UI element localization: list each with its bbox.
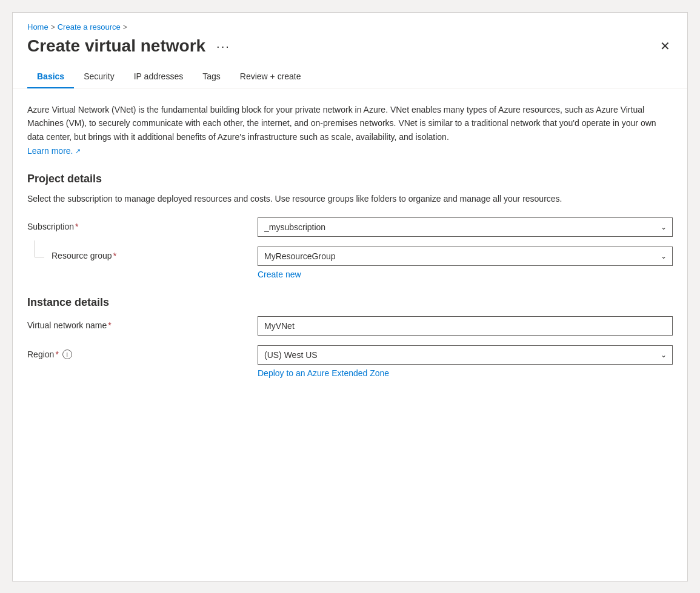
content-area: Azure Virtual Network (VNet) is the fund… — [13, 88, 687, 402]
breadcrumb-home[interactable]: Home — [27, 22, 48, 31]
tab-basics[interactable]: Basics — [27, 65, 74, 88]
panel-header: Home > Create a resource > Create virtua… — [13, 13, 687, 56]
region-control-col: (US) West US (US) East US (EU) West Euro… — [258, 345, 673, 378]
instance-details-title: Instance details — [27, 296, 673, 309]
resource-group-dropdown[interactable]: MyResourceGroup — [258, 247, 673, 266]
title-row: Create virtual network ··· ✕ — [27, 36, 673, 56]
page-title: Create virtual network — [27, 36, 205, 56]
tab-ip-addresses[interactable]: IP addresses — [124, 65, 193, 88]
subscription-label: Subscription* — [27, 222, 258, 231]
vnet-name-row: Virtual network name* — [27, 316, 673, 336]
tab-tags[interactable]: Tags — [193, 65, 230, 88]
resource-group-row: Resource group* MyResourceGroup ⌄ Create… — [27, 247, 673, 279]
tab-bar: Basics Security IP addresses Tags Review… — [13, 65, 687, 88]
subscription-row: Subscription* _mysubscription ⌄ — [27, 217, 673, 237]
tab-review-create[interactable]: Review + create — [230, 65, 311, 88]
region-select-wrapper: (US) West US (US) East US (EU) West Euro… — [258, 345, 673, 365]
deploy-extended-zone-link[interactable]: Deploy to an Azure Extended Zone — [258, 368, 389, 378]
region-label-col: Region* i — [27, 345, 258, 359]
region-row: Region* i (US) West US (US) East US (EU)… — [27, 345, 673, 378]
resource-group-label: Resource group* — [52, 251, 258, 260]
breadcrumb-create-resource[interactable]: Create a resource — [58, 22, 121, 31]
vnet-name-control-col — [258, 316, 673, 336]
region-dropdown[interactable]: (US) West US (US) East US (EU) West Euro… — [258, 345, 673, 365]
resource-group-select-wrapper: MyResourceGroup ⌄ — [258, 247, 673, 266]
subscription-select-wrapper: _mysubscription ⌄ — [258, 217, 673, 237]
subscription-control-col: _mysubscription ⌄ — [258, 217, 673, 237]
main-panel: Home > Create a resource > Create virtua… — [12, 12, 688, 581]
ellipsis-button[interactable]: ··· — [213, 38, 234, 55]
learn-more-link[interactable]: Learn more. ↗ — [27, 146, 81, 156]
subscription-dropdown[interactable]: _mysubscription — [258, 217, 673, 237]
create-new-link[interactable]: Create new — [258, 270, 301, 279]
project-details-desc: Select the subscription to manage deploy… — [27, 193, 664, 205]
vnet-name-label-col: Virtual network name* — [27, 316, 258, 330]
instance-details-section: Instance details Virtual network name* — [27, 296, 673, 378]
project-details-title: Project details — [27, 173, 673, 185]
description-text: Azure Virtual Network (VNet) is the fund… — [27, 103, 664, 144]
title-left: Create virtual network ··· — [27, 36, 234, 56]
vnet-name-input[interactable] — [258, 316, 673, 336]
breadcrumb-sep1: > — [51, 23, 55, 31]
external-link-icon: ↗ — [75, 147, 81, 155]
breadcrumb: Home > Create a resource > — [27, 22, 673, 31]
subscription-label-col: Subscription* — [27, 217, 258, 231]
indent-connector — [27, 247, 52, 257]
region-label: Region* — [27, 350, 59, 359]
resource-group-control-col: MyResourceGroup ⌄ Create new — [258, 247, 673, 279]
breadcrumb-sep2: > — [123, 23, 127, 31]
region-info-icon[interactable]: i — [62, 350, 72, 359]
vnet-name-label: Virtual network name* — [27, 320, 258, 330]
resource-group-label-col: Resource group* — [52, 247, 258, 260]
close-button[interactable]: ✕ — [658, 38, 673, 55]
tab-security[interactable]: Security — [74, 65, 124, 88]
